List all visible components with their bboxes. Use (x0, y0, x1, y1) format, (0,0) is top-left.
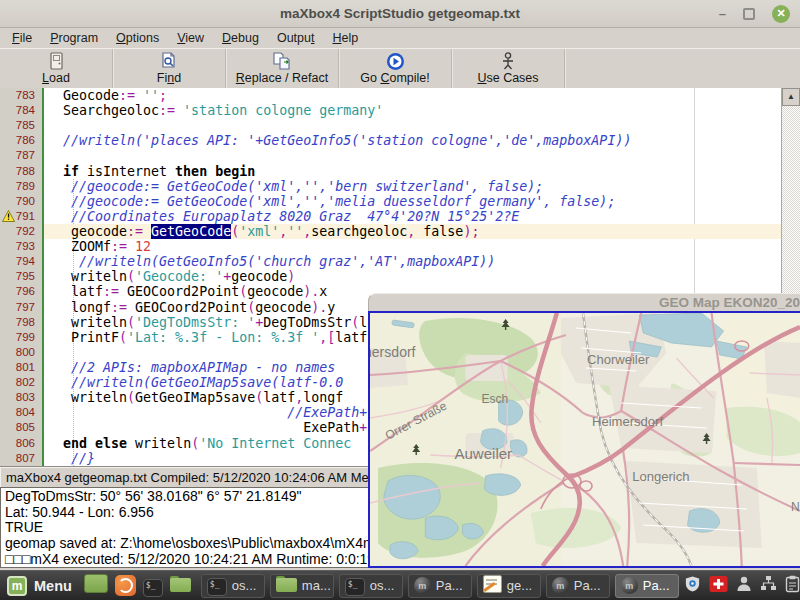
taskbar-window-label: Pa... (574, 578, 601, 593)
code-text: //writeln('places API: '+GetGeoInfo5('st… (44, 133, 782, 148)
taskbar-window-6[interactable]: mPa... (546, 574, 610, 598)
taskbar-window-2[interactable]: ma... (270, 574, 334, 598)
code-line-786[interactable]: 786 //writeln('places API: '+GetGeoInfo5… (0, 133, 782, 148)
taskbar-window-label: ma... (302, 578, 331, 593)
code-text: ZOOMf:= 12 (44, 239, 782, 254)
minimize-button[interactable]: – (719, 9, 726, 19)
gutter-line-number: 791 (0, 209, 44, 224)
taskbar-window-label: os... (232, 578, 257, 593)
maxbox-icon: m (621, 577, 638, 595)
menu-item-file[interactable]: File (3, 29, 41, 47)
title-bar[interactable]: maXbox4 ScriptStudio getgeomap.txt – ✕ (0, 0, 800, 28)
red-cross-icon[interactable] (709, 575, 728, 597)
close-button[interactable]: ✕ (772, 5, 790, 23)
taskbar-window-7[interactable]: mPa... (615, 574, 679, 598)
mint-logo-icon: m (7, 576, 27, 596)
code-text: //Coordinates Europaplatz 8020 Graz 47°4… (44, 209, 782, 224)
code-line-787[interactable]: 787 (0, 148, 782, 163)
menu-item-debug[interactable]: Debug (213, 29, 268, 47)
replace-refact-button[interactable]: Replace / Refact (226, 49, 339, 88)
user-icon[interactable] (736, 575, 752, 596)
taskbar-window-1[interactable]: $_os... (201, 574, 265, 598)
menu-item-program[interactable]: Program (41, 29, 107, 47)
toolbar-button-label: Use Cases (477, 71, 538, 85)
code-line-783[interactable]: 783 Geocode:= ''; (0, 88, 782, 103)
map-label: nersdorf (370, 344, 416, 360)
notepad-icon (483, 575, 502, 596)
window-title: maXbox4 ScriptStudio getgeomap.txt (280, 6, 520, 21)
map-window: GEO Map EKON20_20 (368, 293, 800, 568)
map-title-bar[interactable]: GEO Map EKON20_20 (368, 293, 800, 311)
gutter-line-number: 784 (0, 103, 44, 118)
firefox-launcher-icon[interactable] (115, 575, 136, 597)
taskbar-window-5[interactable]: ge... (477, 574, 541, 598)
code-text: Geocode:= ''; (44, 88, 782, 103)
find-button[interactable]: Find (113, 49, 226, 88)
code-line-794[interactable]: 794 //writeln(GetGeoInfo5('church graz',… (0, 254, 782, 269)
mint-menu-button[interactable]: m Menu (0, 571, 84, 600)
use-cases-button[interactable]: Use Cases (452, 49, 565, 88)
menu-item-view[interactable]: View (168, 29, 213, 47)
person-icon (501, 52, 515, 70)
gutter-line-number: 806 (0, 436, 44, 451)
map-canvas[interactable]: nersdorfChorweilerEschOrrer StraßeHeimer… (368, 311, 800, 568)
file-manager-launcher-icon[interactable] (170, 576, 191, 596)
gutter-line-number: 798 (0, 315, 44, 330)
gutter-line-number: 789 (0, 179, 44, 194)
code-line-785[interactable]: 785 (0, 118, 782, 133)
code-line-793[interactable]: 793 ZOOMf:= 12 (0, 239, 782, 254)
code-line-791[interactable]: 791 //Coordinates Europaplatz 8020 Graz … (0, 209, 782, 224)
toolbar-button-label: Find (157, 71, 181, 85)
code-line-790[interactable]: 790 //geocode:= GetGeoCode('xml','','mel… (0, 194, 782, 209)
code-line-784[interactable]: 784 Searchgeoloc:= 'station cologne germ… (0, 103, 782, 118)
code-line-792[interactable]: 792 geocode:= GetGeoCode('xml','',search… (0, 224, 782, 239)
system-tray: 10:27 (684, 575, 800, 597)
clipboard-icon[interactable] (785, 575, 800, 597)
gutter-line-number: 801 (0, 360, 44, 375)
toolbar: LoadFindReplace / RefactGo Compile!Use C… (0, 48, 800, 89)
map-label: Ni (791, 500, 800, 514)
menu-item-output[interactable]: Output (268, 29, 324, 47)
menu-item-help[interactable]: Help (323, 29, 367, 47)
load-button[interactable]: Load (0, 49, 113, 88)
taskbar-window-4[interactable]: mPa... (408, 574, 472, 598)
maximize-button[interactable] (743, 8, 755, 20)
find-icon (160, 52, 178, 70)
go-compile-button[interactable]: Go Compile! (339, 49, 452, 88)
taskbar-window-label: os... (370, 578, 395, 593)
replace-icon (272, 52, 292, 70)
shield-icon[interactable] (684, 575, 701, 597)
maxbox-icon: m (552, 577, 569, 595)
gutter-line-number: 799 (0, 330, 44, 345)
map-label: Auweiler (454, 445, 512, 462)
gutter-line-number: 787 (0, 148, 44, 163)
toolbar-button-label: Go Compile! (360, 71, 429, 85)
gutter-line-number: 795 (0, 269, 44, 284)
taskbar-window-3[interactable]: $_os... (339, 574, 403, 598)
code-line-789[interactable]: 789 //geocode:= GetGeoCode('xml','','ber… (0, 179, 782, 194)
gutter-line-number: 802 (0, 375, 44, 390)
openstreetmap-map: nersdorfChorweilerEschOrrer StraßeHeimer… (370, 313, 800, 566)
menu-item-options[interactable]: Options (107, 29, 168, 47)
map-label: Heimersdorf (592, 414, 663, 429)
taskbar-window-label: ge... (507, 578, 532, 593)
code-line-795[interactable]: 795 writeln('Geocode: '+geocode) (0, 269, 782, 284)
code-text: //geocode:= GetGeoCode('xml','','bern sw… (44, 179, 782, 194)
quick-launchers: $_ (84, 574, 191, 597)
door-icon (49, 52, 64, 70)
toolbar-button-label: Replace / Refact (236, 71, 328, 85)
gutter-line-number: 783 (0, 88, 44, 103)
network-icon[interactable] (760, 575, 777, 596)
code-line-788[interactable]: 788 if isInternet then begin (0, 164, 782, 179)
code-text: //writeln(GetGeoInfo5('church graz','AT'… (44, 254, 782, 269)
code-text (44, 118, 782, 133)
terminal-icon: $_ (345, 575, 365, 596)
gutter-line-number: 800 (0, 345, 44, 360)
gutter-line-number: 785 (0, 118, 44, 133)
scrollbar-up-button[interactable]: ▲ (782, 88, 800, 106)
show-desktop-launcher-icon[interactable] (84, 574, 108, 597)
map-label: Esch (482, 392, 509, 406)
selected-word[interactable]: GetGeoCode (151, 224, 231, 239)
gutter-line-number: 792 (0, 224, 44, 239)
terminal-launcher-icon[interactable]: $_ (143, 574, 163, 597)
